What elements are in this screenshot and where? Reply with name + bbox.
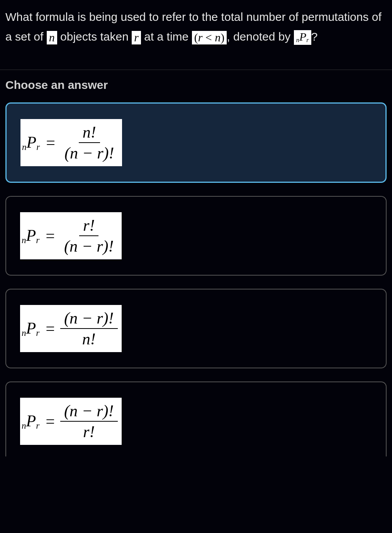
numerator: (n − r)! (60, 308, 118, 329)
question-text: What formula is being used to refer to t… (0, 0, 392, 70)
denominator: r! (79, 422, 98, 442)
question-part-5: ? (311, 30, 318, 43)
question-part-3: at a time (144, 30, 192, 43)
numerator: (n − r)! (60, 401, 118, 422)
equals-sign: = (40, 319, 60, 338)
formula-d: nPr = (n − r)! r! (20, 398, 122, 445)
math-var-r: r (132, 31, 141, 44)
fraction: n! (n − r)! (61, 122, 118, 163)
formula-b: nPr = r! (n − r)! (20, 212, 122, 259)
equals-sign: = (41, 133, 61, 152)
formula-c: nPr = (n − r)! n! (20, 305, 122, 352)
answer-option-b[interactable]: nPr = r! (n − r)! (5, 196, 387, 276)
denominator: n! (78, 329, 100, 349)
math-npr: nPr (294, 30, 311, 44)
answers-section: Choose an answer nPr = n! (n − r)! nPr =… (0, 70, 392, 456)
math-var-n: n (47, 31, 57, 44)
equals-sign: = (40, 226, 60, 245)
fraction: r! (n − r)! (60, 215, 118, 256)
question-part-2: objects taken (60, 30, 132, 43)
question-part-4: , denoted by (227, 30, 294, 43)
answer-option-d[interactable]: nPr = (n − r)! r! (5, 381, 387, 456)
denominator: (n − r)! (61, 143, 118, 163)
formula-lhs: nPr (22, 412, 40, 431)
fraction: (n − r)! n! (60, 308, 118, 349)
formula-lhs: nPr (22, 226, 40, 245)
equals-sign: = (40, 412, 60, 431)
formula-lhs: nPr (22, 319, 40, 338)
math-condition: (r < n) (192, 31, 227, 44)
fraction: (n − r)! r! (60, 401, 118, 442)
denominator: (n − r)! (60, 236, 118, 256)
answer-option-c[interactable]: nPr = (n − r)! n! (5, 289, 387, 368)
choose-answer-heading: Choose an answer (5, 78, 387, 92)
answer-option-a[interactable]: nPr = n! (n − r)! (5, 102, 387, 183)
formula-a: nPr = n! (n − r)! (20, 119, 122, 166)
formula-lhs: nPr (22, 133, 41, 152)
numerator: n! (79, 122, 100, 143)
numerator: r! (79, 215, 98, 236)
